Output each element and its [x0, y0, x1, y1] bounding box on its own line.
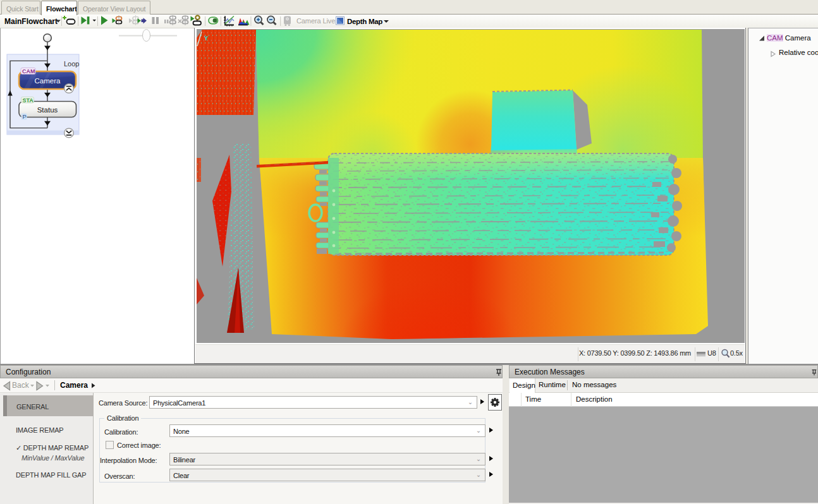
svg-text:Loop: Loop [64, 60, 79, 68]
svg-text:Status: Status [37, 106, 58, 114]
svg-text:Camera: Camera [35, 77, 61, 85]
svg-text:CAM: CAM [22, 68, 35, 75]
svg-text:STA: STA [23, 97, 34, 104]
svg-text:P: P [23, 113, 27, 120]
svg-text:Y: Y [204, 35, 208, 42]
